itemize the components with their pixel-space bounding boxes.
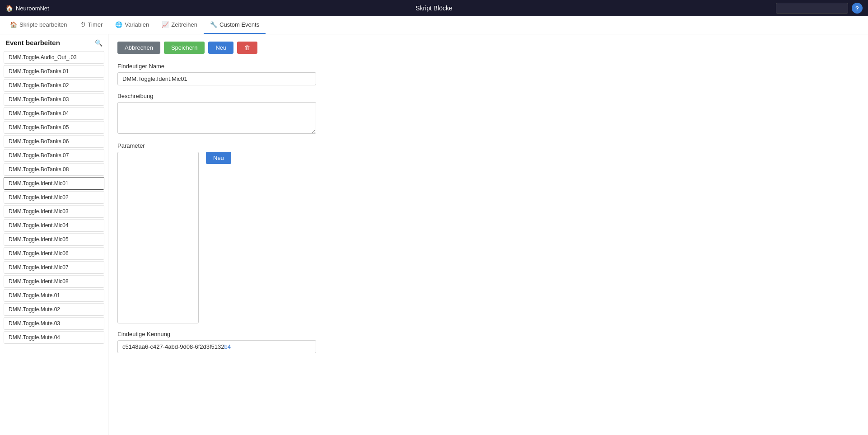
list-item[interactable]: DMM.Toggle.BoTanks.08 bbox=[4, 163, 104, 176]
tab-custom-events-label: Custom Events bbox=[219, 21, 259, 28]
list-item[interactable]: DMM.Toggle.BoTanks.04 bbox=[4, 107, 104, 120]
list-item[interactable]: DMM.Toggle.BoTanks.05 bbox=[4, 121, 104, 134]
variablen-icon: 🌐 bbox=[115, 21, 122, 28]
abbrechen-button[interactable]: Abbrechen bbox=[117, 42, 160, 54]
custom-events-icon: 🔧 bbox=[210, 21, 217, 28]
eindeutiger-name-section: Eindeutiger Name bbox=[117, 63, 859, 85]
uuid-field: c5148aa6-c427-4abd-9d08-6f2d3f5132b4 bbox=[117, 340, 316, 353]
eindeutiger-name-label: Eindeutiger Name bbox=[117, 63, 859, 70]
list-item[interactable]: DMM.Toggle.Mute.04 bbox=[4, 331, 104, 344]
list-item[interactable]: DMM.Toggle.Mute.02 bbox=[4, 303, 104, 316]
list-item[interactable]: DMM.Toggle.Ident.Mic01 bbox=[4, 177, 104, 190]
eindeutige-kennung-label: Eindeutige Kennung bbox=[117, 331, 859, 337]
tab-skripte[interactable]: 🏠 Skripte bearbeiten bbox=[4, 16, 74, 34]
sidebar-header: Event bearbeiten 🔍 bbox=[0, 34, 108, 49]
list-item[interactable]: DMM.Toggle.Ident.Mic06 bbox=[4, 247, 104, 260]
list-item[interactable]: DMM.Toggle.BoTanks.01 bbox=[4, 65, 104, 78]
timer-icon: ⏱ bbox=[80, 21, 86, 28]
list-item[interactable]: DMM.Toggle.Ident.Mic08 bbox=[4, 275, 104, 288]
beschreibung-textarea[interactable] bbox=[117, 102, 316, 134]
tab-zeitreihen[interactable]: 📈 Zeitreihen bbox=[155, 16, 204, 34]
list-item[interactable]: DMM.Toggle.Mute.03 bbox=[4, 317, 104, 330]
parameter-section: Parameter Neu bbox=[117, 142, 859, 323]
parameter-label: Parameter bbox=[117, 142, 145, 149]
uuid-normal-text: c5148aa6-c427-4abd-9d08-6f2d3f5132 bbox=[122, 343, 224, 350]
tab-variablen-label: Variablen bbox=[125, 21, 149, 28]
neu-param-button[interactable]: Neu bbox=[206, 152, 231, 164]
sidebar: Event bearbeiten 🔍 DMM.Toggle.Audio_Out_… bbox=[0, 34, 108, 435]
navbar-brand: 🏠 NeuroomNet bbox=[5, 5, 49, 12]
tab-zeitreihen-label: Zeitreihen bbox=[171, 21, 197, 28]
param-header: Parameter bbox=[117, 142, 859, 149]
navbar-right: ? bbox=[776, 3, 863, 14]
tab-skripte-label: Skripte bearbeiten bbox=[19, 21, 67, 28]
eindeutiger-name-input[interactable] bbox=[117, 72, 316, 85]
zeitreihen-icon: 📈 bbox=[162, 21, 169, 28]
list-item[interactable]: DMM.Toggle.Ident.Mic02 bbox=[4, 191, 104, 204]
content-area: Abbrechen Speichern Neu 🗑 Eindeutiger Na… bbox=[108, 34, 868, 435]
list-item[interactable]: DMM.Toggle.Mute.01 bbox=[4, 289, 104, 302]
parameter-list-box bbox=[117, 152, 199, 323]
list-item[interactable]: DMM.Toggle.BoTanks.03 bbox=[4, 93, 104, 106]
tab-variablen[interactable]: 🌐 Variablen bbox=[109, 16, 155, 34]
navbar-search-input[interactable] bbox=[776, 3, 848, 14]
list-item[interactable]: DMM.Toggle.BoTanks.07 bbox=[4, 149, 104, 162]
tab-timer[interactable]: ⏱ Timer bbox=[74, 16, 109, 34]
list-item[interactable]: DMM.Toggle.BoTanks.02 bbox=[4, 79, 104, 92]
home-icon: 🏠 bbox=[5, 5, 13, 12]
help-button[interactable]: ? bbox=[852, 3, 863, 14]
list-item[interactable]: DMM.Toggle.Ident.Mic04 bbox=[4, 219, 104, 232]
beschreibung-section: Beschreibung bbox=[117, 93, 859, 135]
param-right: Neu bbox=[206, 152, 231, 164]
skripte-icon: 🏠 bbox=[10, 21, 17, 28]
list-item[interactable]: DMM.Toggle.Ident.Mic07 bbox=[4, 261, 104, 274]
tab-timer-label: Timer bbox=[88, 21, 103, 28]
list-item[interactable]: DMM.Toggle.Ident.Mic03 bbox=[4, 205, 104, 218]
action-bar: Abbrechen Speichern Neu 🗑 bbox=[117, 42, 859, 54]
navbar: 🏠 NeuroomNet Skript Blöcke ? bbox=[0, 0, 868, 16]
uuid-highlight-text: b4 bbox=[224, 343, 231, 350]
delete-button[interactable]: 🗑 bbox=[237, 42, 257, 54]
navbar-page-title: Skript Blöcke bbox=[415, 5, 453, 12]
main-layout: Event bearbeiten 🔍 DMM.Toggle.Audio_Out_… bbox=[0, 34, 868, 435]
neu-button[interactable]: Neu bbox=[208, 42, 233, 54]
list-item[interactable]: DMM.Toggle.Audio_Out_.03 bbox=[4, 51, 104, 64]
list-item[interactable]: DMM.Toggle.BoTanks.06 bbox=[4, 135, 104, 148]
sidebar-list: DMM.Toggle.Audio_Out_.03DMM.Toggle.BoTan… bbox=[0, 49, 108, 435]
list-item[interactable]: DMM.Toggle.Ident.Mic05 bbox=[4, 233, 104, 246]
sidebar-title: Event bearbeiten bbox=[5, 39, 60, 47]
beschreibung-label: Beschreibung bbox=[117, 93, 859, 99]
speichern-button[interactable]: Speichern bbox=[164, 42, 205, 54]
tab-custom-events[interactable]: 🔧 Custom Events bbox=[204, 16, 266, 34]
eindeutige-kennung-section: Eindeutige Kennung c5148aa6-c427-4abd-9d… bbox=[117, 331, 859, 353]
tabbar: 🏠 Skripte bearbeiten ⏱ Timer 🌐 Variablen… bbox=[0, 16, 868, 34]
brand-label: NeuroomNet bbox=[16, 5, 49, 12]
search-icon[interactable]: 🔍 bbox=[95, 39, 103, 47]
